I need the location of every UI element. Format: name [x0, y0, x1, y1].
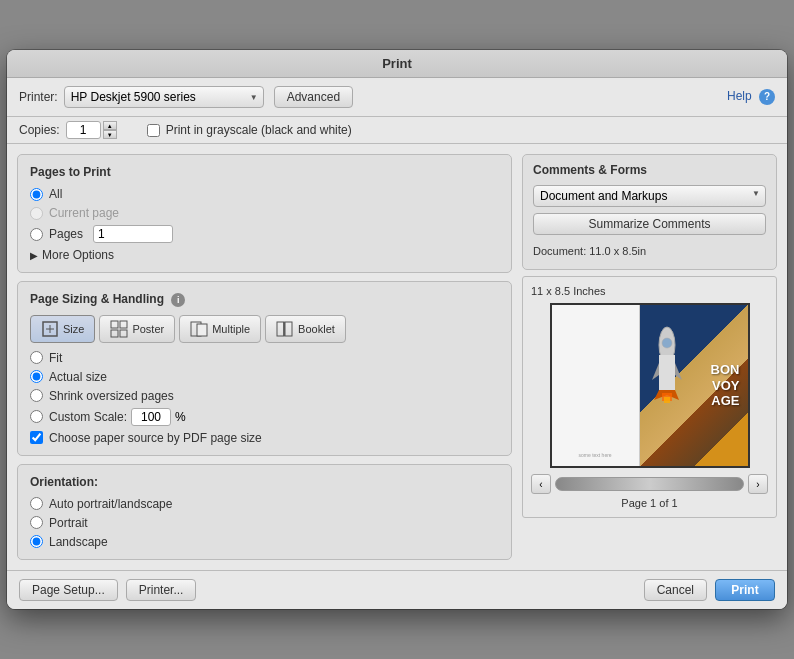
preview-left-page: some text here [552, 305, 640, 466]
orientation-section: Orientation: Auto portrait/landscape Por… [17, 464, 512, 560]
comments-select-wrapper: Document and Markups Document Form Field… [533, 185, 766, 213]
percent-sign: % [175, 410, 186, 424]
copies-input[interactable] [66, 121, 101, 139]
sizing-tab-bar: Size Poster [30, 315, 499, 343]
orientation-title: Orientation: [30, 475, 499, 489]
fit-option[interactable]: Fit [30, 351, 499, 365]
bon-voyage-text: BON VOY AGE [711, 362, 740, 409]
next-page-button[interactable]: › [748, 474, 768, 494]
shrink-radio[interactable] [30, 389, 43, 402]
size-tab-icon [41, 320, 59, 338]
auto-orientation-radio[interactable] [30, 497, 43, 510]
paper-source-option[interactable]: Choose paper source by PDF page size [30, 431, 499, 445]
svg-marker-16 [675, 363, 682, 380]
svg-rect-6 [120, 330, 127, 337]
pages-radio[interactable] [30, 228, 43, 241]
right-panel: Comments & Forms Document and Markups Do… [522, 154, 777, 560]
custom-scale-option[interactable]: Custom Scale: [30, 410, 127, 424]
dialog-title: Print [7, 50, 787, 78]
info-icon: i [171, 293, 185, 307]
preview-page-text: some text here [579, 452, 612, 458]
copies-up-button[interactable]: ▲ [103, 121, 117, 130]
multiple-tab[interactable]: Multiple [179, 315, 261, 343]
auto-orientation-option[interactable]: Auto portrait/landscape [30, 497, 499, 511]
printer-select[interactable]: HP Deskjet 5900 series [64, 86, 264, 108]
printer-toolbar: Printer: HP Deskjet 5900 series Advanced… [7, 78, 787, 117]
preview-area: 11 x 8.5 Inches some text here [522, 276, 777, 518]
fit-radio[interactable] [30, 351, 43, 364]
orientation-radio-group: Auto portrait/landscape Portrait Landsca… [30, 497, 499, 549]
bottom-left-buttons: Page Setup... Printer... [19, 579, 196, 601]
copies-spinner: ▲ ▼ [103, 121, 117, 139]
fit-label: Fit [49, 351, 62, 365]
more-options-toggle[interactable]: ▶ More Options [30, 248, 499, 262]
cancel-button[interactable]: Cancel [644, 579, 707, 601]
printer-button[interactable]: Printer... [126, 579, 197, 601]
svg-rect-4 [120, 321, 127, 328]
svg-marker-15 [652, 363, 659, 380]
bottom-right-buttons: Cancel Print [644, 579, 775, 601]
auto-orientation-label: Auto portrait/landscape [49, 497, 172, 511]
printer-label: Printer: [19, 90, 58, 104]
comments-forms-title: Comments & Forms [533, 163, 766, 177]
copies-down-button[interactable]: ▼ [103, 130, 117, 139]
size-tab[interactable]: Size [30, 315, 95, 343]
grayscale-label[interactable]: Print in grayscale (black and white) [147, 123, 352, 137]
landscape-option[interactable]: Landscape [30, 535, 499, 549]
main-content: Pages to Print All Current page Pages [7, 144, 787, 570]
page-slider[interactable] [555, 477, 744, 491]
shrink-label: Shrink oversized pages [49, 389, 174, 403]
copies-label: Copies: [19, 123, 60, 137]
portrait-radio[interactable] [30, 516, 43, 529]
portrait-option[interactable]: Portrait [30, 516, 499, 530]
voy-line: VOY [712, 378, 739, 393]
actual-size-option[interactable]: Actual size [30, 370, 499, 384]
all-pages-option[interactable]: All [30, 187, 499, 201]
prev-page-button[interactable]: ‹ [531, 474, 551, 494]
sizing-options: Fit Actual size Shrink oversized pages C… [30, 351, 499, 445]
custom-scale-radio[interactable] [30, 410, 43, 423]
advanced-button[interactable]: Advanced [274, 86, 353, 108]
paper-source-checkbox[interactable] [30, 431, 43, 444]
print-button[interactable]: Print [715, 579, 775, 601]
preview-image: some text here [550, 303, 750, 468]
print-dialog: Print Printer: HP Deskjet 5900 series Ad… [7, 50, 787, 609]
all-pages-radio[interactable] [30, 188, 43, 201]
left-panel: Pages to Print All Current page Pages [17, 154, 512, 560]
poster-tab[interactable]: Poster [99, 315, 175, 343]
portrait-label: Portrait [49, 516, 88, 530]
age-line: AGE [711, 393, 739, 408]
bottom-toolbar: Page Setup... Printer... Cancel Print [7, 570, 787, 609]
current-page-label: Current page [49, 206, 119, 220]
paper-source-label: Choose paper source by PDF page size [49, 431, 262, 445]
summarize-button[interactable]: Summarize Comments [533, 213, 766, 235]
booklet-tab[interactable]: Booklet [265, 315, 346, 343]
svg-rect-13 [659, 355, 675, 390]
preview-size-label: 11 x 8.5 Inches [531, 285, 606, 297]
custom-scale-input[interactable] [131, 408, 171, 426]
poster-tab-icon [110, 320, 128, 338]
svg-rect-5 [111, 330, 118, 337]
landscape-radio[interactable] [30, 535, 43, 548]
svg-point-17 [662, 338, 672, 348]
pages-option[interactable]: Pages [30, 225, 499, 243]
preview-background: BON VOY AGE [640, 305, 748, 466]
pages-to-print-title: Pages to Print [30, 165, 499, 179]
pages-to-print-section: Pages to Print All Current page Pages [17, 154, 512, 273]
page-sizing-section: Page Sizing & Handling i Size [17, 281, 512, 456]
page-setup-button[interactable]: Page Setup... [19, 579, 118, 601]
grayscale-checkbox[interactable] [147, 124, 160, 137]
help-link[interactable]: Help ? [727, 89, 775, 105]
page-count-label: Page 1 of 1 [621, 497, 677, 509]
document-size-text: Document: 11.0 x 8.5in [533, 245, 766, 257]
current-page-radio[interactable] [30, 207, 43, 220]
shrink-option[interactable]: Shrink oversized pages [30, 389, 499, 403]
current-page-option[interactable]: Current page [30, 206, 499, 220]
comments-select[interactable]: Document and Markups Document Form Field… [533, 185, 766, 207]
actual-size-radio[interactable] [30, 370, 43, 383]
multiple-tab-icon [190, 320, 208, 338]
actual-size-label: Actual size [49, 370, 107, 384]
more-options-arrow: ▶ [30, 250, 38, 261]
preview-right-page: BON VOY AGE [640, 305, 748, 466]
pages-input[interactable] [93, 225, 173, 243]
